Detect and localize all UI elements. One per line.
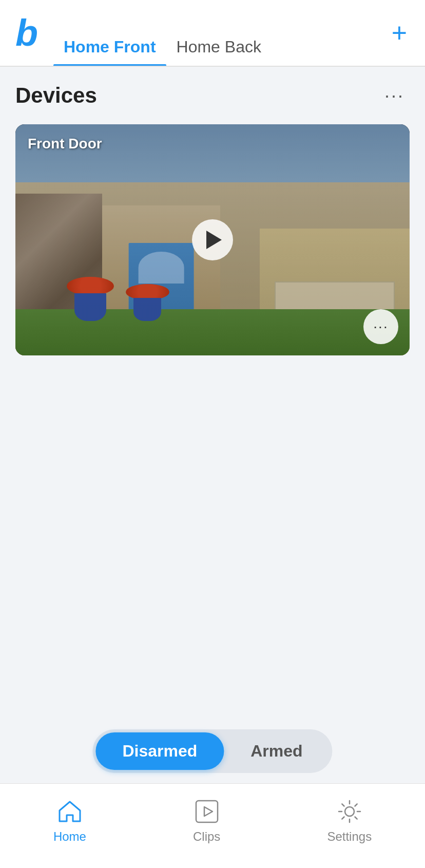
disarmed-button[interactable]: Disarmed xyxy=(95,732,224,770)
svg-point-2 xyxy=(345,807,354,816)
header: b Home Front Home Back + xyxy=(0,0,425,67)
play-button[interactable] xyxy=(192,219,233,260)
tab-home-back[interactable]: Home Back xyxy=(166,0,272,66)
armed-button[interactable]: Armed xyxy=(224,732,329,770)
bottom-navigation: Home Clips Settings xyxy=(0,783,425,868)
tab-bar: Home Front Home Back xyxy=(53,0,389,66)
settings-icon xyxy=(336,798,363,825)
home-nav-label: Home xyxy=(53,829,86,844)
nav-item-home[interactable]: Home xyxy=(53,798,86,844)
clips-icon xyxy=(193,798,221,825)
nav-item-settings[interactable]: Settings xyxy=(327,798,372,844)
main-content: Devices ··· xyxy=(0,67,425,355)
camera-more-button[interactable]: ··· xyxy=(363,309,398,344)
svg-rect-0 xyxy=(196,801,218,822)
camera-more-icon: ··· xyxy=(373,319,388,334)
devices-more-button[interactable]: ··· xyxy=(379,82,410,109)
svg-marker-1 xyxy=(204,807,212,816)
devices-section-header: Devices ··· xyxy=(15,82,410,109)
app-logo: b xyxy=(15,14,38,51)
camera-name-label: Front Door xyxy=(28,136,102,152)
add-location-button[interactable]: + xyxy=(389,20,410,46)
play-icon xyxy=(206,231,222,249)
clips-nav-label: Clips xyxy=(193,829,220,844)
devices-title: Devices xyxy=(15,83,97,108)
settings-nav-label: Settings xyxy=(327,829,372,844)
arm-disarm-toggle: Disarmed Armed xyxy=(92,729,332,773)
tab-home-front[interactable]: Home Front xyxy=(53,0,166,66)
nav-item-clips[interactable]: Clips xyxy=(193,798,221,844)
camera-card-front-door[interactable]: Front Door ··· xyxy=(15,124,410,355)
home-icon xyxy=(56,798,84,825)
